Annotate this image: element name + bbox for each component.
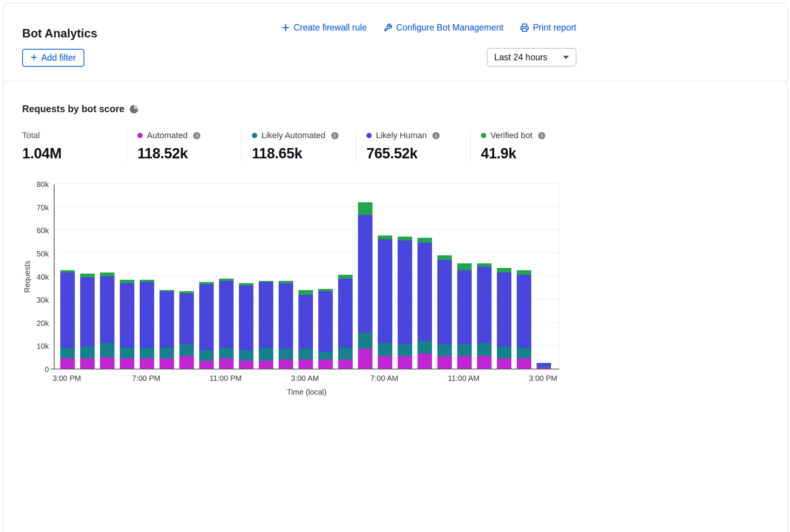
- bar-7[interactable]: [199, 282, 214, 369]
- bar-segment: [279, 283, 293, 349]
- bar-segment: [497, 347, 511, 358]
- create-firewall-rule-label: Create firewall rule: [293, 23, 367, 33]
- bar-18[interactable]: [418, 238, 432, 369]
- y-tick-label: 50k: [37, 249, 49, 258]
- bar-segment: [537, 368, 551, 369]
- bar-segment: [279, 349, 293, 359]
- bar-segment: [100, 343, 114, 357]
- bar-segment: [219, 348, 234, 358]
- y-tick-label: 20k: [37, 319, 49, 328]
- info-icon[interactable]: i: [193, 132, 200, 139]
- bar-4[interactable]: [140, 280, 154, 369]
- bar-segment: [100, 276, 114, 343]
- bar-segment: [259, 348, 273, 360]
- stat-automated-label: Automated: [147, 131, 187, 140]
- bar-segment: [160, 348, 174, 358]
- bar-segment: [318, 351, 333, 360]
- bar-19[interactable]: [437, 255, 452, 369]
- bar-11[interactable]: [279, 281, 293, 369]
- bar-segment: [358, 215, 372, 333]
- bar-segment: [537, 363, 551, 366]
- create-firewall-rule-link[interactable]: Create firewall rule: [282, 23, 367, 33]
- bar-segment: [477, 343, 492, 356]
- print-report-link[interactable]: Print report: [520, 23, 576, 33]
- gridline: [55, 206, 559, 207]
- y-tick-label: 10k: [37, 342, 49, 351]
- bar-3[interactable]: [120, 280, 134, 369]
- bar-segment: [298, 349, 313, 359]
- bar-20[interactable]: [457, 263, 472, 369]
- bar-segment: [279, 360, 293, 369]
- bar-2[interactable]: [100, 272, 114, 369]
- bar-segment: [358, 202, 372, 215]
- bar-segment: [338, 348, 353, 359]
- bar-13[interactable]: [318, 289, 333, 369]
- x-tick-label: 11:00 AM: [448, 374, 479, 383]
- bar-15[interactable]: [358, 202, 372, 369]
- bar-segment: [259, 282, 273, 348]
- automated-legend-dot: [137, 133, 143, 138]
- y-tick-label: 30k: [37, 295, 49, 305]
- y-tick-label: 40k: [37, 272, 49, 282]
- bar-segment: [80, 274, 95, 277]
- plus-icon: [282, 24, 290, 32]
- bar-16[interactable]: [378, 235, 392, 369]
- print-report-label: Print report: [533, 23, 576, 33]
- bar-17[interactable]: [398, 237, 412, 369]
- bar-6[interactable]: [179, 291, 194, 369]
- stat-likely-automated-value: 118.65k: [252, 145, 356, 162]
- info-icon[interactable]: i: [432, 132, 440, 139]
- bar-segment: [398, 237, 412, 240]
- info-icon[interactable]: i: [538, 132, 545, 139]
- bar-segment: [179, 344, 194, 356]
- gridline: [55, 229, 559, 230]
- info-icon[interactable]: i: [331, 132, 339, 139]
- add-filter-button[interactable]: Add filter: [22, 49, 84, 67]
- bar-21[interactable]: [477, 263, 492, 369]
- configure-bot-management-link[interactable]: Configure Bot Management: [384, 23, 503, 33]
- bar-segment: [437, 255, 452, 260]
- bar-segment: [259, 361, 273, 369]
- section-title: Requests by bot score: [22, 103, 124, 114]
- x-tick-label: 3:00 PM: [529, 374, 557, 383]
- bar-segment: [338, 279, 353, 348]
- bar-segment: [219, 281, 234, 348]
- bar-0[interactable]: [60, 270, 75, 369]
- y-tick-label: 80k: [37, 180, 49, 189]
- bar-24[interactable]: [537, 363, 551, 369]
- bar-segment: [338, 275, 353, 278]
- bar-9[interactable]: [239, 283, 253, 369]
- add-filter-label: Add filter: [41, 53, 76, 63]
- requests-chart: Requests 010k20k30k40k50k60k70k80k 3:00 …: [22, 179, 576, 412]
- bar-12[interactable]: [298, 290, 313, 369]
- bar-segment: [60, 272, 75, 348]
- likely-automated-legend-dot: [252, 133, 257, 138]
- bar-segment: [179, 293, 194, 344]
- configure-bot-management-label: Configure Bot Management: [396, 23, 503, 33]
- stat-likely-automated-label: Likely Automated: [261, 131, 326, 140]
- bar-segment: [477, 267, 492, 343]
- bar-5[interactable]: [160, 290, 174, 369]
- bar-segment: [140, 282, 154, 348]
- bar-segment: [398, 240, 412, 345]
- bar-segment: [437, 356, 452, 369]
- stat-total-label: Total: [22, 131, 40, 140]
- x-axis-ticks: 3:00 PM7:00 PM11:00 PM3:00 AM7:00 AM11:0…: [54, 374, 559, 385]
- bar-22[interactable]: [497, 268, 511, 369]
- bar-segment: [120, 283, 134, 348]
- stat-total: Total 1.04M: [22, 130, 127, 162]
- x-tick-label: 11:00 PM: [210, 374, 242, 383]
- section-title-row: Requests by bot score: [22, 81, 576, 114]
- wrench-icon: [384, 23, 392, 32]
- bar-8[interactable]: [219, 279, 234, 369]
- bar-10[interactable]: [259, 281, 273, 369]
- time-range-select[interactable]: Last 24 hours: [487, 48, 576, 66]
- bar-23[interactable]: [517, 270, 531, 369]
- bar-1[interactable]: [80, 274, 95, 369]
- bar-segment: [358, 333, 372, 349]
- pie-chart-icon: [130, 105, 138, 113]
- bar-14[interactable]: [338, 275, 353, 369]
- bar-segment: [517, 275, 531, 348]
- stat-verified-bot: Verified bot i 41.9k: [470, 130, 576, 162]
- bar-segment: [457, 270, 472, 344]
